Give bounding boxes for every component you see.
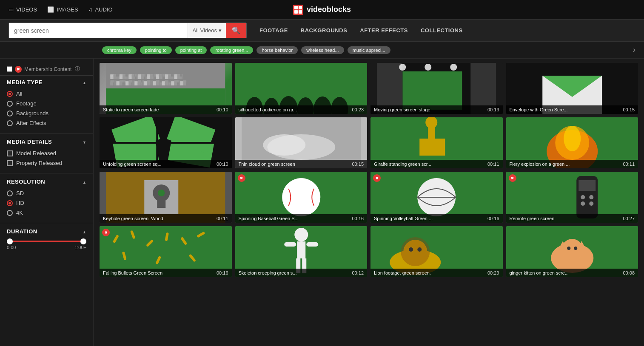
search-button[interactable]: 🔍 bbox=[226, 23, 246, 38]
nav-images[interactable]: ⬜ IMAGES bbox=[47, 6, 78, 13]
svg-point-84 bbox=[567, 247, 570, 250]
duration-header[interactable]: Duration bbox=[7, 228, 86, 235]
video-card-6[interactable]: Giraffe standing green scr...00:11 bbox=[370, 117, 503, 168]
video-info-2: Moving green screen stage00:13 bbox=[370, 105, 503, 114]
member-badge-11: ✖ bbox=[509, 174, 516, 182]
video-card-5[interactable]: Thin cloud on green screen00:15 bbox=[235, 117, 368, 168]
resolution-4k[interactable]: 4K bbox=[7, 208, 86, 218]
media-type-title: Media Type bbox=[7, 79, 43, 85]
slider-thumb-left[interactable] bbox=[7, 238, 13, 244]
search-dropdown[interactable]: All Videos ▾ bbox=[188, 23, 226, 38]
slider-max-label: 1:00+ bbox=[74, 245, 86, 250]
svg-point-15 bbox=[399, 64, 406, 71]
video-thumb-9: ✖Spinning Baseball Green S...00:16 bbox=[235, 172, 368, 223]
video-title-9: Spinning Baseball Green S... bbox=[239, 216, 299, 221]
video-card-12[interactable]: ✖Falling Bullets Green Screen00:16 bbox=[100, 226, 232, 277]
video-card-4[interactable]: Unfolding green screen sq...00:10 bbox=[100, 117, 232, 168]
video-thumb-15: ginger kitten on green scre...00:08 bbox=[506, 226, 638, 277]
video-info-14: Lion footage, green screen.00:29 bbox=[370, 269, 503, 277]
video-card-3[interactable]: Envelope with Green Scre...00:15 bbox=[506, 63, 638, 114]
top-nav-left: ▭ VIDEOS ⬜ IMAGES ♫ AUDIO bbox=[9, 6, 113, 13]
nav-link-aftereffects[interactable]: AFTER EFFECTS bbox=[360, 27, 408, 34]
video-info-0: Static to green screen fade00:10 bbox=[100, 105, 232, 114]
tag-0[interactable]: chroma key bbox=[102, 46, 137, 54]
svg-rect-70 bbox=[306, 242, 318, 247]
nav-videos[interactable]: ▭ VIDEOS bbox=[9, 6, 37, 13]
membership-checkbox[interactable] bbox=[7, 66, 12, 72]
video-card-8[interactable]: Keyhole green screen. Wood00:11 bbox=[100, 172, 232, 223]
video-card-1[interactable]: silhouetted audience on gr...00:23 bbox=[235, 63, 368, 114]
video-card-0[interactable]: ▓▒░▓▒░▓▒░▓▒░▓▒░▓▒░▓▒░▓▒░▒░▓▒░▓▒░▓▒░▓▒░▓▒… bbox=[100, 63, 232, 114]
video-card-14[interactable]: Lion footage, green screen.00:29 bbox=[370, 226, 503, 277]
video-thumb-1: silhouetted audience on gr...00:23 bbox=[235, 63, 368, 114]
resolution-title: Resolution bbox=[7, 179, 45, 185]
tag-2[interactable]: pointing at bbox=[175, 46, 207, 54]
video-info-12: Falling Bullets Green Screen00:16 bbox=[100, 269, 232, 277]
media-model-released[interactable]: Model Released bbox=[7, 148, 86, 158]
video-card-15[interactable]: ginger kitten on green scre...00:08 bbox=[506, 226, 638, 277]
resolution-hd-label: HD bbox=[16, 200, 24, 206]
media-property-released-label: Property Released bbox=[16, 160, 62, 166]
svg-point-16 bbox=[425, 64, 431, 71]
slider-thumb-right[interactable] bbox=[80, 238, 86, 244]
svg-rect-12 bbox=[402, 71, 462, 110]
media-type-footage[interactable]: Footage bbox=[7, 99, 86, 108]
membership-label: Membership Content bbox=[24, 66, 71, 72]
search-input-wrapper: All Videos ▾ 🔍 bbox=[9, 23, 247, 38]
logo[interactable]: videoblocks bbox=[293, 5, 351, 15]
tag-6[interactable]: music appreci... bbox=[348, 46, 390, 54]
video-card-7[interactable]: Fiery explosion on a green ...00:11 bbox=[506, 117, 638, 168]
svg-point-85 bbox=[574, 247, 577, 250]
svg-point-52 bbox=[581, 195, 585, 199]
video-thumb-3: Envelope with Green Scre...00:15 bbox=[506, 63, 638, 114]
video-card-13[interactable]: Skeleton creeping green s...00:12 bbox=[235, 226, 368, 277]
media-details-header[interactable]: Media Details bbox=[7, 139, 86, 145]
tag-5[interactable]: wireless head... bbox=[301, 46, 344, 54]
svg-text:▓▒░▓▒░▓▒░▓▒░▓▒░▓▒░▓▒░▓▒░: ▓▒░▓▒░▓▒░▓▒░▓▒░▓▒░▓▒░▓▒░ bbox=[110, 74, 183, 79]
resolution-hd[interactable]: HD bbox=[7, 198, 86, 208]
media-type-backgrounds[interactable]: Backgrounds bbox=[7, 108, 86, 118]
media-property-released[interactable]: Property Released bbox=[7, 158, 86, 168]
radio-4k bbox=[7, 210, 13, 216]
svg-rect-33 bbox=[419, 139, 445, 156]
video-info-1: silhouetted audience on gr...00:23 bbox=[235, 105, 368, 114]
media-type-aftereffects[interactable]: After Effects bbox=[7, 118, 86, 128]
svg-point-45 bbox=[282, 178, 320, 216]
tag-4[interactable]: horse behavior bbox=[256, 46, 298, 54]
video-duration-6: 00:11 bbox=[487, 162, 499, 167]
sidebar: ✖ Membership Content ⓘ Media Type All Fo… bbox=[0, 59, 94, 346]
content-area: ▓▒░▓▒░▓▒░▓▒░▓▒░▓▒░▓▒░▓▒░▒░▓▒░▓▒░▓▒░▓▒░▓▒… bbox=[94, 59, 644, 346]
resolution-sd[interactable]: SD bbox=[7, 188, 86, 198]
tags-next-arrow[interactable]: › bbox=[633, 45, 635, 54]
video-info-15: ginger kitten on green scre...00:08 bbox=[506, 269, 638, 277]
video-duration-4: 00:10 bbox=[217, 162, 228, 167]
radio-all bbox=[7, 91, 13, 97]
svg-point-77 bbox=[409, 247, 413, 252]
video-card-10[interactable]: ✖Spinning Volleyball Green ...00:16 bbox=[370, 172, 503, 223]
nav-link-footage[interactable]: FOOTAGE bbox=[259, 27, 288, 34]
tag-1[interactable]: pointing to bbox=[140, 46, 172, 54]
svg-rect-69 bbox=[284, 242, 296, 247]
video-card-9[interactable]: ✖Spinning Baseball Green S...00:16 bbox=[235, 172, 368, 223]
search-input[interactable] bbox=[9, 23, 188, 38]
nav-link-backgrounds[interactable]: BACKGROUNDS bbox=[301, 27, 348, 34]
resolution-section: Resolution SD HD 4K bbox=[0, 175, 93, 221]
resolution-header[interactable]: Resolution bbox=[7, 179, 86, 185]
media-type-all[interactable]: All bbox=[7, 89, 86, 99]
media-type-header[interactable]: Media Type bbox=[7, 79, 86, 85]
media-details-chevron bbox=[83, 139, 86, 145]
nav-audio[interactable]: ♫ AUDIO bbox=[88, 6, 113, 13]
duration-slider[interactable]: 0:00 1:00+ bbox=[7, 238, 86, 252]
video-title-3: Envelope with Green Scre... bbox=[510, 107, 568, 112]
tag-3[interactable]: rotating green... bbox=[210, 46, 253, 54]
video-title-14: Lion footage, green screen. bbox=[374, 270, 431, 275]
video-info-7: Fiery explosion on a green ...00:11 bbox=[506, 160, 638, 168]
image-icon: ⬜ bbox=[47, 6, 54, 13]
svg-point-17 bbox=[450, 64, 457, 71]
video-duration-8: 00:11 bbox=[217, 216, 228, 221]
chevron-down-icon: ▾ bbox=[219, 27, 222, 34]
nav-link-collections[interactable]: COLLECTIONS bbox=[421, 27, 463, 34]
svg-text:▒░▓▒░▓▒░▓▒░▓▒░▓▒░▓▒░▓▒░▓▒: ▒░▓▒░▓▒░▓▒░▓▒░▓▒░▓▒░▓▒░▓▒ bbox=[110, 80, 187, 85]
video-card-2[interactable]: Moving green screen stage00:13 bbox=[370, 63, 503, 114]
video-card-11[interactable]: ✖Remote green screen00:27 bbox=[506, 172, 638, 223]
